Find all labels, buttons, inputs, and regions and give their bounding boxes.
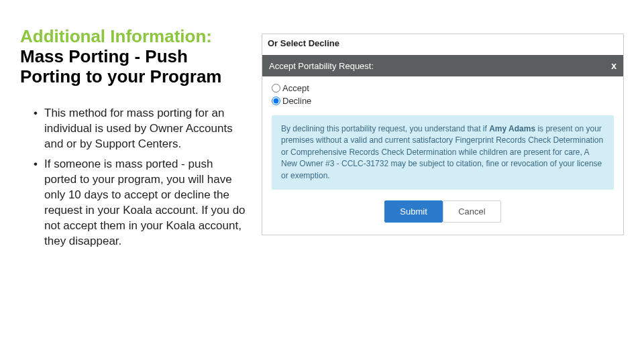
close-icon[interactable]: x	[611, 60, 616, 71]
bullet-item: If someone is mass ported - push ported …	[34, 157, 248, 249]
left-column: Additional Information: Mass Porting - P…	[20, 27, 262, 342]
radio-decline-label: Decline	[282, 96, 311, 106]
radio-accept[interactable]: Accept	[272, 83, 614, 93]
right-column: Or Select Decline Accept Portability Req…	[262, 27, 624, 342]
radio-decline[interactable]: Decline	[272, 96, 614, 106]
button-row: Submit Cancel	[272, 200, 614, 223]
title-line-2: Mass Porting - Push Porting to your Prog…	[20, 47, 248, 87]
slide: Additional Information: Mass Porting - P…	[0, 0, 644, 362]
bullet-list: This method for mass porting for an indi…	[20, 106, 248, 249]
or-select-decline-label: Or Select Decline	[262, 34, 623, 55]
title-line-1: Additional Information:	[20, 27, 248, 47]
radio-accept-input[interactable]	[272, 84, 280, 93]
decline-notice: By declining this portability request, y…	[272, 115, 614, 190]
modal-title: Accept Portability Request:	[269, 61, 374, 71]
submit-button[interactable]: Submit	[384, 200, 442, 223]
app-screenshot: Or Select Decline Accept Portability Req…	[262, 34, 624, 235]
title-block: Additional Information: Mass Porting - P…	[20, 27, 248, 87]
radio-decline-input[interactable]	[272, 97, 280, 105]
modal-body: Accept Decline By declining this portabi…	[262, 76, 623, 235]
radio-accept-label: Accept	[282, 83, 309, 93]
bullet-item: This method for mass porting for an indi…	[34, 106, 248, 152]
modal-header: Accept Portability Request: x	[262, 55, 623, 76]
cancel-button[interactable]: Cancel	[443, 200, 500, 223]
